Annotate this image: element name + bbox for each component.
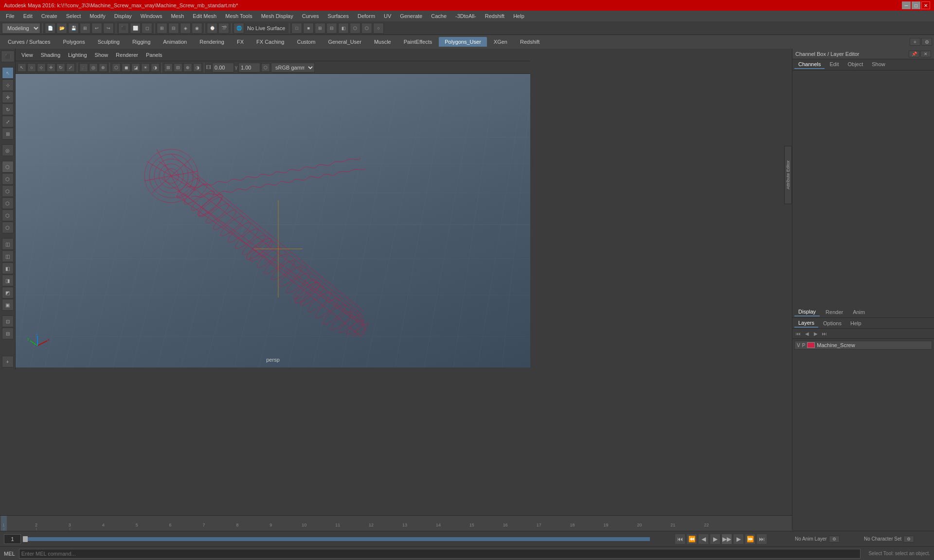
workspace-add-button[interactable]: +	[910, 38, 920, 46]
display-tool2[interactable]: ◫	[2, 250, 14, 262]
select-tool[interactable]: ↖	[2, 67, 14, 79]
selection-mask-toggle[interactable]: ⬛	[1, 51, 15, 62]
layer-nav-last[interactable]: ⏭	[821, 330, 828, 337]
tab-help[interactable]: Help	[846, 319, 865, 327]
mel-input[interactable]	[19, 549, 861, 559]
menu-uv[interactable]: UV	[380, 12, 395, 20]
rotate-tool[interactable]: ↻	[2, 104, 14, 115]
universal-tool[interactable]: ⊞	[2, 128, 14, 140]
select-mode-button[interactable]: ⬛	[118, 23, 129, 34]
grid-button[interactable]: ⊞	[315, 23, 325, 34]
channel-box-close-button[interactable]: ✕	[920, 51, 931, 57]
redo-button[interactable]: ↪	[103, 23, 114, 34]
tab-rendering[interactable]: Rendering	[194, 37, 230, 47]
attribute-editor-tab[interactable]: Attribute Editor	[784, 146, 792, 204]
next-frame-button[interactable]: ⏩	[745, 534, 755, 544]
camera-button[interactable]: □	[291, 23, 302, 34]
render-tool1[interactable]: ⊡	[2, 315, 14, 327]
menu-redshift[interactable]: Redshift	[481, 12, 508, 20]
tab-paint-effects[interactable]: PaintEffects	[398, 37, 438, 47]
history-button[interactable]: ⌚	[207, 23, 217, 34]
prev-frame-button[interactable]: ⏪	[687, 534, 697, 544]
menu-edit-mesh[interactable]: Edit Mesh	[189, 12, 220, 20]
menu-display[interactable]: Display	[110, 12, 136, 20]
range-slider[interactable]	[23, 537, 754, 541]
menu-mesh-display[interactable]: Mesh Display	[257, 12, 297, 20]
vp-menu-show[interactable]: Show	[92, 51, 111, 59]
tab-fx-caching[interactable]: FX Caching	[251, 37, 290, 47]
vp-shadow-icon[interactable]: ◑	[151, 63, 160, 72]
tab-polygons-user[interactable]: Polygons_User	[439, 37, 487, 47]
char-set-options[interactable]: ⚙	[903, 536, 914, 542]
menu-generate[interactable]: Generate	[396, 12, 426, 20]
tab-edit[interactable]: Edit	[826, 60, 843, 69]
tab-show[interactable]: Show	[868, 60, 889, 69]
menu-3dtoall[interactable]: -3DtoAll-	[451, 12, 480, 20]
menu-edit[interactable]: Edit	[19, 12, 36, 20]
tool2[interactable]: ⬡	[2, 173, 14, 185]
goto-start-button[interactable]: ⏮	[675, 534, 685, 544]
mode-dropdown[interactable]: Modeling	[2, 23, 40, 34]
tab-muscle[interactable]: Muscle	[368, 37, 397, 47]
tool4[interactable]: ⬡	[2, 197, 14, 209]
snap-to-curve-button[interactable]: ⊟	[168, 23, 179, 34]
vp-menu-shading[interactable]: Shading	[38, 51, 63, 59]
vp-select-icon[interactable]: ↖	[18, 63, 26, 72]
goto-end-button[interactable]: ⏭	[757, 534, 767, 544]
vp-rotate-icon[interactable]: ↻	[56, 63, 65, 72]
minimize-button[interactable]: ─	[902, 1, 911, 9]
close-button[interactable]: ✕	[921, 1, 930, 9]
menu-modify[interactable]: Modify	[86, 12, 109, 20]
open-button[interactable]: 📂	[56, 23, 67, 34]
menu-cache[interactable]: Cache	[427, 12, 450, 20]
layer-nav-prev[interactable]: ◀	[803, 330, 811, 337]
color-management-icon[interactable]: ⬡	[261, 63, 270, 72]
menu-surfaces[interactable]: Surfaces	[324, 12, 353, 20]
move-tool[interactable]: ✛	[2, 91, 14, 103]
tab-polygons[interactable]: Polygons	[57, 37, 90, 47]
vp-grid-icon[interactable]: ⊞	[164, 63, 173, 72]
save-button[interactable]: 💾	[68, 23, 79, 34]
workspace-button[interactable]: ⊟	[326, 23, 337, 34]
vp-pivot-icon[interactable]: ⊕	[183, 63, 192, 72]
play-back-button[interactable]: ▶	[710, 534, 720, 544]
menu-help[interactable]: Help	[509, 12, 528, 20]
display-tool1[interactable]: ◫	[2, 238, 14, 250]
tab-sculpting[interactable]: Sculpting	[92, 37, 126, 47]
vp-snap-icon[interactable]: ⊟	[174, 63, 182, 72]
render-tool2[interactable]: ⊟	[2, 328, 14, 339]
tab-redshift[interactable]: Redshift	[514, 37, 545, 47]
anim-layer-options[interactable]: ⚙	[829, 536, 840, 542]
display-tool5[interactable]: ◩	[2, 287, 14, 298]
menu-file[interactable]: File	[2, 12, 18, 20]
tab-fx[interactable]: FX	[231, 37, 250, 47]
new-scene-button[interactable]: 📄	[45, 23, 55, 34]
tool6[interactable]: ⬡	[2, 222, 14, 233]
maximize-button[interactable]: □	[912, 1, 920, 9]
menu-select[interactable]: Select	[62, 12, 85, 20]
tab-layers[interactable]: Layers	[794, 319, 818, 328]
next-key-button[interactable]: ▶	[734, 534, 743, 544]
tab-object[interactable]: Object	[844, 60, 867, 69]
snap-to-grid-button[interactable]: ⊞	[157, 23, 167, 34]
vp-move-icon[interactable]: ✛	[47, 63, 55, 72]
wireframe-button[interactable]: ⬡	[361, 23, 372, 34]
tool5[interactable]: ⬡	[2, 210, 14, 221]
vp-lasso-icon[interactable]: ○	[27, 63, 36, 72]
vp-paint-icon[interactable]: ⊹	[37, 63, 46, 72]
tab-anim[interactable]: Anim	[849, 308, 869, 316]
menu-windows[interactable]: Windows	[137, 12, 166, 20]
exposure-value[interactable]: 0.00	[212, 63, 234, 72]
vp-zoom-icon[interactable]: ⊕	[99, 63, 108, 72]
bottom-tool[interactable]: +	[2, 356, 14, 368]
menu-deform[interactable]: Deform	[354, 12, 379, 20]
menu-curves[interactable]: Curves	[298, 12, 323, 20]
vp-textured-icon[interactable]: ◪	[131, 63, 140, 72]
vp-menu-panels[interactable]: Panels	[143, 51, 165, 59]
prev-key-button[interactable]: ◀	[699, 534, 708, 544]
layer-item-machine-screw[interactable]: V P Machine_Screw	[794, 341, 932, 350]
vp-shaded-icon[interactable]: ◼	[122, 63, 130, 72]
tool1[interactable]: ⬡	[2, 161, 14, 173]
vp-isolate-icon[interactable]: ◑	[193, 63, 202, 72]
render-settings-button[interactable]: 🎬	[218, 23, 229, 34]
